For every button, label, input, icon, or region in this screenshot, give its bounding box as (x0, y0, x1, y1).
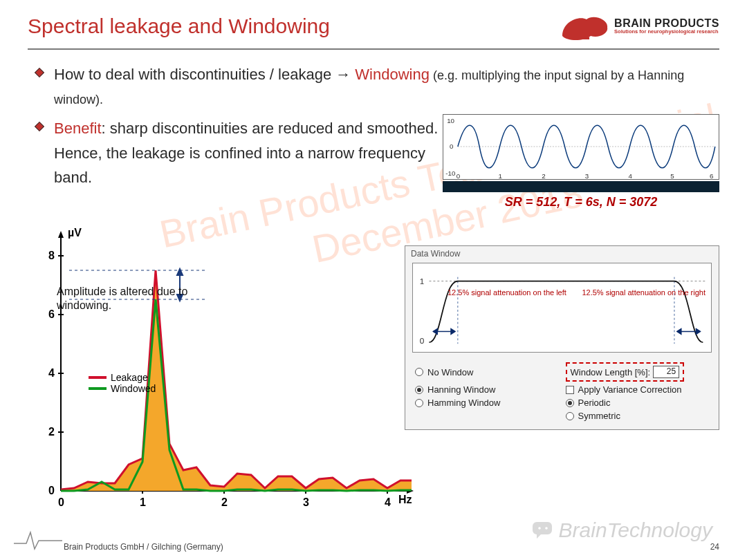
window-length-label: Window Length [%]: (571, 367, 651, 377)
radio-hanning-window[interactable]: Hanning Window (415, 384, 559, 395)
legend-label-windowed: Windowed (111, 383, 156, 394)
sig-xtick: 4 (629, 172, 633, 179)
signal-plot: 10 0 -10 0 1 2 3 4 5 6 SR = 512, T = 6s,… (443, 114, 719, 209)
radio-periodic[interactable]: Periodic (566, 398, 710, 408)
page-title: Spectral leakage and Windowing (28, 15, 330, 38)
bullet-1: How to deal with discontinuities / leaka… (28, 62, 719, 111)
svg-text:4: 4 (385, 496, 391, 508)
svg-text:8: 8 (48, 250, 55, 261)
radio-label: Hanning Window (427, 384, 495, 395)
sig-ytick: 0 (450, 142, 454, 150)
svg-marker-39 (177, 269, 183, 275)
sig-xtick: 0 (456, 172, 461, 179)
bullet-1-prefix: How to deal with discontinuities / leaka… (54, 66, 355, 83)
radio-label: No Window (427, 367, 473, 377)
svg-rect-1 (578, 37, 589, 39)
radio-no-window[interactable]: No Window (415, 362, 559, 382)
svg-text:1: 1 (420, 277, 425, 286)
data-window-title: Data Window (405, 246, 719, 260)
xlabel: Hz (398, 494, 412, 505)
window-length-highlight: Window Length [%]: 25 (566, 362, 685, 382)
amplitude-annotation: Amplitude is altered due to windowing. (57, 285, 188, 312)
sig-ytick: 10 (447, 117, 454, 124)
svg-text:0: 0 (420, 336, 425, 346)
svg-text:4: 4 (48, 367, 55, 379)
bullet-1-highlight: Windowing (355, 66, 430, 83)
svg-point-42 (545, 527, 548, 530)
signal-dark-strip (443, 181, 719, 192)
legend-label-leakage: Leakage (111, 372, 148, 383)
data-window-panel: Data Window 1 0 12.5% signal attenuation… (405, 245, 719, 430)
radio-label: Symmetric (578, 411, 620, 421)
svg-text:2: 2 (48, 426, 55, 438)
spectrum-chart: µV Hz 0 2 4 6 8 0 1 2 3 4 (28, 221, 415, 512)
svg-text:6: 6 (48, 308, 55, 320)
sig-xtick: 1 (499, 172, 502, 179)
brand-logo: BRAIN PRODUCTS Solutions for neurophysio… (559, 12, 719, 40)
attenuation-right-label: 12.5% signal attenuation on the right (582, 288, 706, 297)
legend-swatch-windowed (89, 387, 107, 390)
svg-marker-10 (451, 329, 455, 335)
bullet-2-highlight: Benefit (54, 120, 102, 137)
sig-xtick: 6 (710, 172, 713, 179)
sig-xtick: 5 (670, 172, 674, 179)
svg-marker-9 (433, 329, 437, 335)
spectrum-legend: Leakage Windowed (89, 372, 156, 394)
logo-text-sub: Solutions for neurophysiological researc… (614, 29, 719, 35)
page-number: 24 (710, 542, 719, 552)
svg-text:0: 0 (48, 485, 55, 496)
footer-company: Brain Products GmbH / Gilching (Germany) (64, 542, 223, 552)
bullet-icon (35, 122, 44, 131)
attenuation-left-label: 12.5% signal attenuation on the left (448, 288, 566, 297)
svg-marker-12 (677, 329, 681, 335)
bullet-icon (35, 68, 44, 77)
logo-text-main: BRAIN PRODUCTS (614, 18, 719, 29)
sig-xtick: 3 (585, 172, 589, 179)
sig-xtick: 2 (542, 172, 545, 179)
window-shape-plot: 1 0 12.5% signal attenuation on the left… (412, 263, 712, 353)
svg-text:2: 2 (221, 496, 228, 508)
svg-text:3: 3 (303, 496, 309, 508)
radio-hamming-window[interactable]: Hamming Window (415, 398, 559, 408)
svg-point-41 (538, 527, 541, 530)
window-length-input[interactable]: 25 (653, 366, 679, 378)
svg-rect-0 (582, 25, 585, 37)
sig-ytick: -10 (445, 169, 456, 177)
radio-label: Hamming Window (427, 398, 500, 408)
checkbox-label: Apply Variance Correction (578, 384, 682, 395)
legend-swatch-leakage (89, 376, 107, 379)
signal-caption: SR = 512, T = 6s, N = 3072 (443, 195, 719, 209)
checkbox-variance-correction[interactable]: Apply Variance Correction (566, 384, 710, 395)
svg-text:1: 1 (140, 496, 146, 508)
bullet-2-rest: : sharp discontinuities are reduced and … (54, 120, 438, 185)
svg-marker-13 (696, 329, 700, 335)
ylabel: µV (68, 227, 82, 239)
radio-symmetric[interactable]: Symmetric (566, 411, 710, 421)
svg-text:0: 0 (58, 496, 64, 508)
brain-logo-icon (559, 12, 610, 40)
svg-marker-16 (58, 231, 64, 238)
radio-label: Periodic (578, 398, 611, 408)
